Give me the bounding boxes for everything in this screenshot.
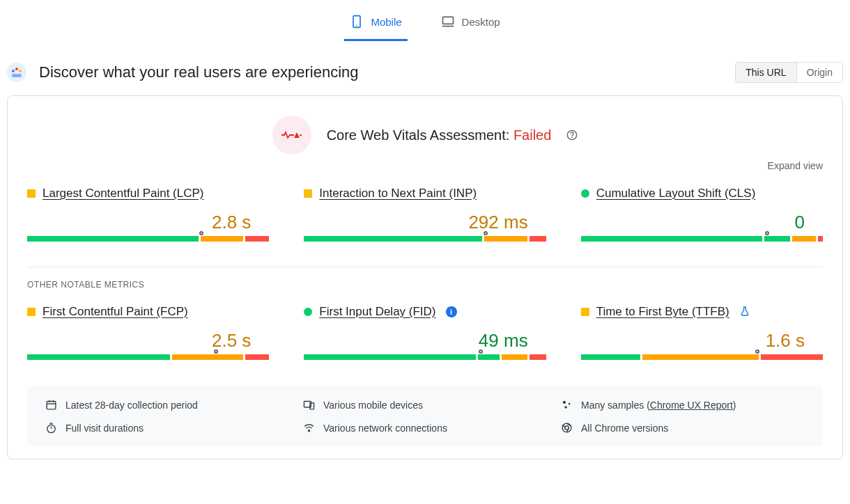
marker-icon (214, 349, 218, 354)
tab-desktop-label: Desktop (462, 16, 500, 28)
other-metrics-label: OTHER NOTABLE METRICS (27, 280, 823, 290)
footer-samples: Many samples (Chrome UX Report) (561, 399, 805, 411)
stopwatch-icon (45, 422, 57, 434)
metric-bar (304, 354, 546, 361)
svg-point-21 (564, 406, 567, 409)
assessment-text: Core Web Vitals Assessment: Failed (327, 127, 552, 143)
metric-bar (304, 236, 546, 243)
wifi-icon (303, 422, 315, 434)
svg-rect-13 (47, 402, 56, 409)
metric-value: 2.8 s (27, 212, 269, 233)
metric-value: 292 ms (304, 212, 546, 233)
status-icon (304, 308, 312, 316)
core-metrics-grid: Largest Contentful Paint (LCP) 2.8 s Int… (27, 187, 823, 243)
calendar-icon (45, 399, 57, 411)
scope-toggle: This URL Origin (735, 62, 843, 83)
metric-bar (27, 236, 269, 243)
mobile-icon (350, 14, 364, 29)
metric-value: 2.5 s (27, 330, 269, 352)
metric-name[interactable]: Largest Contentful Paint (LCP) (42, 187, 204, 200)
metric-ttfb: Time to First Byte (TTFB) 1.6 s (581, 305, 823, 361)
samples-icon (561, 399, 573, 411)
metric-name[interactable]: Time to First Byte (TTFB) (596, 305, 729, 319)
metric-bar (581, 236, 823, 243)
marker-icon (755, 349, 759, 354)
metric-value: 0 (581, 212, 823, 233)
tab-desktop[interactable]: Desktop (435, 6, 506, 41)
crux-icon (7, 63, 26, 82)
status-icon (581, 308, 589, 316)
status-icon (581, 189, 589, 198)
status-icon (27, 308, 36, 316)
marker-icon (484, 231, 488, 235)
assessment-status: Failed (513, 127, 551, 143)
chrome-icon (561, 422, 573, 434)
desktop-icon (441, 14, 455, 29)
footer-period: Latest 28-day collection period (45, 399, 289, 411)
metric-bar (581, 354, 823, 361)
flask-icon[interactable] (739, 306, 750, 319)
marker-icon (479, 349, 483, 354)
svg-point-5 (15, 68, 18, 70)
footer-network: Various network connections (303, 422, 547, 434)
metric-fid: First Input Delay (FID) i 49 ms (304, 305, 546, 361)
page-title: Discover what your real users are experi… (39, 63, 359, 81)
devices-icon (303, 399, 315, 411)
marker-icon (199, 231, 203, 235)
svg-point-12 (572, 137, 573, 138)
tab-mobile[interactable]: Mobile (344, 6, 407, 41)
metric-inp: Interaction to Next Paint (INP) 292 ms (304, 187, 546, 243)
svg-rect-2 (442, 17, 453, 24)
toggle-this-url[interactable]: This URL (736, 63, 796, 82)
svg-point-6 (19, 70, 22, 72)
marker-icon (765, 231, 769, 235)
help-icon[interactable] (566, 129, 578, 141)
metric-value: 1.6 s (581, 330, 823, 352)
assessment-header: Core Web Vitals Assessment: Failed (27, 116, 823, 155)
metric-fcp: First Contentful Paint (FCP) 2.5 s (27, 305, 269, 361)
metric-bar (27, 354, 269, 361)
footer-versions: All Chrome versions (561, 422, 805, 434)
svg-marker-8 (294, 132, 300, 138)
svg-point-25 (308, 430, 309, 432)
info-icon[interactable]: i (446, 306, 457, 317)
metric-name[interactable]: Interaction to Next Paint (INP) (319, 187, 477, 200)
expand-view-link[interactable]: Expand view (27, 160, 823, 171)
svg-point-1 (357, 25, 358, 26)
divider (27, 267, 823, 267)
metric-value: 49 ms (304, 330, 546, 352)
status-icon (304, 189, 312, 198)
toggle-origin[interactable]: Origin (796, 63, 842, 82)
svg-point-19 (563, 401, 566, 404)
crux-report-link[interactable]: Chrome UX Report (650, 400, 733, 411)
tab-mobile-label: Mobile (371, 16, 401, 28)
footer-durations: Full visit durations (45, 422, 289, 434)
metric-name[interactable]: First Contentful Paint (FCP) (42, 305, 188, 319)
metric-lcp: Largest Contentful Paint (LCP) 2.8 s (27, 187, 269, 243)
status-icon (27, 189, 36, 198)
assessment-card: Core Web Vitals Assessment: Failed Expan… (7, 95, 843, 459)
svg-point-20 (569, 403, 571, 405)
metric-name[interactable]: Cumulative Layout Shift (CLS) (596, 187, 756, 200)
svg-point-26 (562, 423, 571, 432)
assessment-fail-icon (272, 116, 311, 155)
header-row: Discover what your real users are experi… (0, 41, 850, 95)
device-tabs: Mobile Desktop (0, 0, 850, 41)
metric-name[interactable]: First Input Delay (FID) (319, 305, 435, 319)
svg-rect-7 (12, 74, 22, 77)
footer-devices: Various mobile devices (303, 399, 547, 411)
metric-cls: Cumulative Layout Shift (CLS) 0 (581, 187, 823, 243)
svg-point-4 (12, 70, 15, 72)
other-metrics-grid: First Contentful Paint (FCP) 2.5 s First… (27, 305, 823, 361)
footer-info: Latest 28-day collection period Various … (27, 386, 823, 446)
